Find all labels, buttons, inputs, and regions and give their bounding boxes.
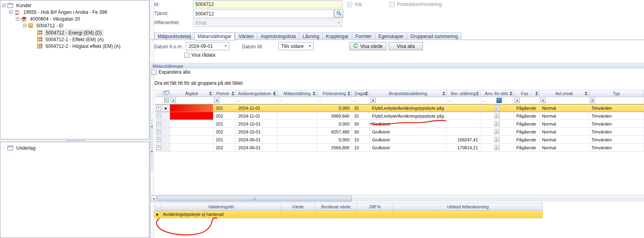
tree-item-facility[interactable]: 4000604 - Viksgatan 20	[16, 15, 81, 22]
grid-data-row[interactable]: + 201 2024-09-01 0,000 10 Godkänd 168247…	[155, 136, 644, 144]
filter-cell-atgard[interactable]: A	[170, 97, 213, 104]
collapse-left-icon[interactable]: ◄	[150, 150, 153, 153]
expand-row-icon[interactable]: +	[157, 137, 161, 142]
anv-for-deb-checkbox[interactable]: ✓	[495, 137, 500, 142]
tab-egenskaper[interactable]: Egenskaper	[375, 32, 407, 40]
filter-cell-fas[interactable]: A	[514, 97, 540, 104]
chevron-down-icon: ▼	[336, 21, 342, 25]
visa-radata-checkbox[interactable]	[184, 53, 189, 58]
column-header-period[interactable]: Period▲Σ	[213, 90, 236, 97]
sum-icon[interactable]: Σ	[232, 91, 234, 96]
tree-item-service-el[interactable]: 5004712 - El	[23, 22, 64, 29]
sum-icon[interactable]: Σ	[273, 91, 276, 96]
visa-varde-button[interactable]: Visa värde	[349, 42, 386, 50]
visa-alla-button[interactable]: Visa alla	[389, 42, 423, 50]
column-header-matarstallning[interactable]: MätarställningΣ	[278, 90, 317, 97]
filter-cell-forbrukning[interactable]: –	[317, 97, 352, 104]
column-header-bruksdatavalidering[interactable]: BruksdatavalideringΣ	[370, 90, 447, 97]
expand-row-icon[interactable]: +	[157, 122, 161, 126]
collapse-left-icon[interactable]: ◄	[150, 125, 153, 128]
expand-row-icon[interactable]: +	[157, 145, 161, 150]
filter-cell-anv-for-deb[interactable]: –	[480, 97, 514, 104]
produktion-checkbox[interactable]	[389, 2, 395, 7]
filter-cell-bruksdatavalidering[interactable]: A	[370, 97, 447, 104]
filter-cell-ber-stallning[interactable]: –	[447, 97, 480, 104]
column-header-avl-orsak[interactable]: Avl.orsakΣ	[540, 90, 589, 97]
column-header-atgard[interactable]: ÅtgärdΣ	[170, 90, 213, 97]
tree-collapse-icon[interactable]	[23, 24, 26, 27]
column-header-typ[interactable]: Typ	[589, 90, 644, 97]
tree-item-underlag[interactable]: Underlag	[3, 145, 37, 151]
anv-for-deb-checkbox[interactable]: ✓	[495, 106, 500, 111]
sum-icon[interactable]: Σ	[476, 91, 479, 96]
column-header-beraknat-varde[interactable]: Beräknat värde	[315, 203, 357, 211]
anv-for-deb-checkbox[interactable]: ✓	[495, 145, 500, 150]
tjanst-search-button[interactable]	[334, 10, 343, 18]
scrollbar-thumb[interactable]	[157, 196, 352, 202]
sum-icon[interactable]: Σ	[313, 91, 315, 96]
tab-varden[interactable]: Värden	[235, 32, 257, 40]
expand-row-icon[interactable]: +	[157, 106, 161, 110]
column-header-forbrukning[interactable]: FörbrukningΣ	[317, 90, 352, 97]
tree-item-meter-energi[interactable]: 5004712 - Energi (EM) (D)	[37, 29, 103, 36]
datum-from-select[interactable]: 2024-09-01 ▼	[186, 42, 229, 50]
filter-cell-avlasningsdatum[interactable]: –	[236, 97, 278, 104]
expand-row-icon[interactable]: +	[157, 129, 161, 134]
column-chooser-button[interactable]	[162, 90, 170, 97]
tab-matarstallningar[interactable]: Mätarställningar	[194, 32, 235, 40]
column-header-fas[interactable]: Fas▼Σ	[514, 90, 540, 97]
grid-data-row[interactable]: + 201 2024-10-01 0,000 30 Godkänd ✓ Pågå…	[155, 120, 644, 128]
filter-cell-matarstallning[interactable]: –	[278, 97, 317, 104]
tab-avprickningslista[interactable]: Avprickningslista	[257, 32, 299, 40]
tab-formler[interactable]: Formler	[352, 32, 375, 40]
tree-collapse-icon[interactable]	[2, 4, 6, 7]
sum-icon[interactable]: Σ	[535, 91, 538, 96]
anv-for-deb-checkbox[interactable]: ✓	[495, 129, 500, 134]
sum-icon[interactable]: Σ	[365, 91, 368, 96]
sum-icon[interactable]: Σ	[510, 91, 512, 96]
expand-row-icon[interactable]: +	[157, 114, 161, 118]
horizontal-scrollbar[interactable]: ◄	[150, 195, 644, 202]
filter-cell-period[interactable]: A	[213, 97, 236, 104]
filter-cell-avl-orsak[interactable]: A	[540, 97, 589, 104]
tree-collapse-icon[interactable]	[9, 10, 13, 14]
column-header-diff[interactable]: Diff %	[357, 203, 393, 211]
tree-item-customer[interactable]: 19555 - Hsb Brf Ängen i Arvika - Fe 396	[9, 9, 108, 15]
filter-cell-dagar[interactable]: –	[352, 97, 370, 104]
column-header-anv-for-deb[interactable]: Anv. för deb.Σ	[480, 90, 514, 97]
grid-data-row[interactable]: + 202 2024-09-01 2566,800 10 Godkänd 170…	[155, 144, 644, 152]
tree-item-kunder[interactable]: Kunder	[2, 2, 33, 9]
filter-cell-typ[interactable]: A	[589, 97, 644, 104]
expandera-alla-checkbox[interactable]	[151, 70, 157, 75]
affarsenhet-select[interactable]: Elnät ▼	[193, 19, 342, 27]
column-header-dagar[interactable]: DagarΣ	[352, 90, 370, 97]
datum-till-select[interactable]: Tills vidare ▼	[278, 42, 314, 50]
column-header-utokad-felbeskrivning[interactable]: Utökad felbeskrivning	[393, 203, 543, 211]
column-header-avlasningsdatum[interactable]: Avläsningsdatum▼Σ	[236, 90, 278, 97]
anv-for-deb-checkbox[interactable]: ✓	[495, 113, 500, 118]
sum-icon[interactable]: Σ	[347, 91, 350, 96]
nat-checkbox[interactable]: ✓	[347, 2, 352, 7]
column-header-varde[interactable]: Värde	[281, 203, 315, 211]
grid-data-row[interactable]: + 202 2024-11-01 9969,840 31 Flytt/Levby…	[155, 112, 644, 120]
tab-kopplingar[interactable]: Kopplingar	[322, 32, 351, 40]
column-header-valideringsfel[interactable]: Valideringsfel	[161, 203, 281, 211]
tab-lasning[interactable]: Låsning	[299, 32, 322, 40]
tree-collapse-icon[interactable]	[16, 17, 19, 21]
column-header-ber-stallning[interactable]: Ber. ställningΣ	[447, 90, 480, 97]
tab-matpunktsdetalj[interactable]: Mätpunktsdetalj	[154, 32, 194, 40]
id-input[interactable]	[193, 0, 342, 8]
scroll-left-arrow[interactable]: ◄	[151, 196, 157, 202]
anv-for-deb-checkbox[interactable]: ✓	[495, 121, 500, 126]
tab-grupperad-summering[interactable]: Grupperad summering	[407, 32, 461, 40]
sum-icon[interactable]: Σ	[442, 91, 445, 96]
filter-indicator-cell[interactable]	[162, 97, 170, 104]
sum-icon[interactable]: Σ	[585, 91, 587, 96]
grid-data-row[interactable]: + 202 2024-10-01 8257,480 30 Godkänd ✓ P…	[155, 128, 644, 136]
tree-item-meter-hoglast[interactable]: 5004712-2 - Höglast effekt (EM) (A)	[37, 43, 122, 50]
grid-data-row[interactable]: + ▶ 201 2024-11-01 0,000 31 Flytt/Levbyt…	[155, 104, 644, 112]
sum-icon[interactable]: Σ	[209, 91, 212, 96]
tree-item-meter-effekt[interactable]: 5004712-1 - Effekt (EM) (A)	[37, 36, 105, 43]
tjanst-input[interactable]	[193, 10, 334, 18]
validation-grid-row[interactable]: ▶ Avräkningstypsbyte ej hanterad	[154, 211, 543, 218]
